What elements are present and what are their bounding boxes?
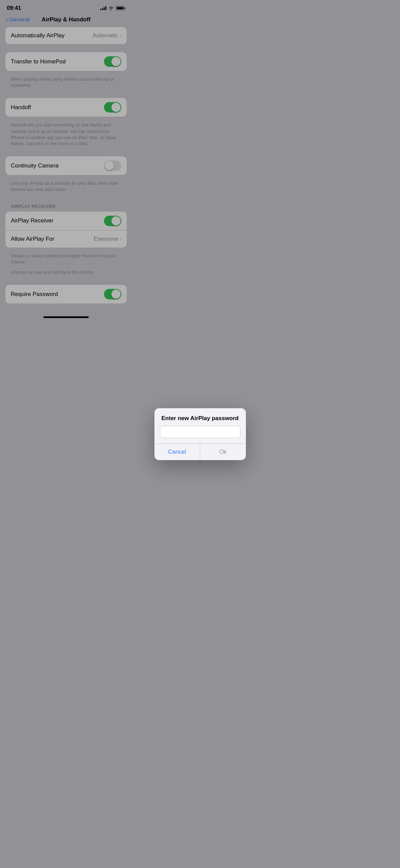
modal-overlay: Enter new AirPlay password Cancel Ok [0, 0, 132, 325]
